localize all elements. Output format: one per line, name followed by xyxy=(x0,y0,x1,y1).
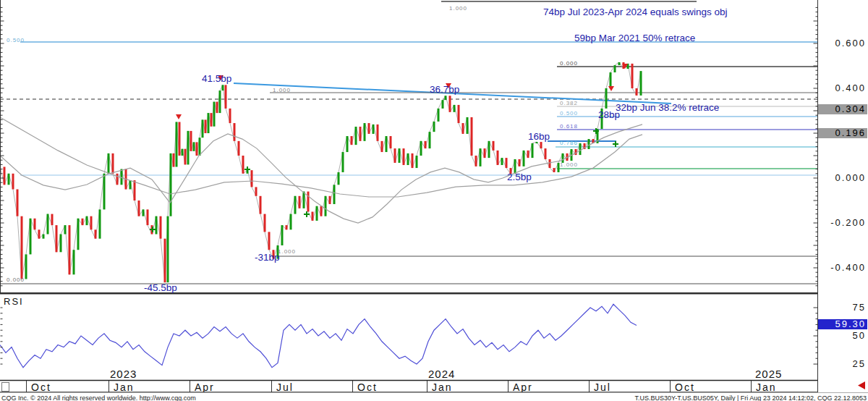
price-wick-line xyxy=(0,62,641,282)
fib-level-label: 1.000 xyxy=(449,6,467,12)
candle xyxy=(116,174,119,185)
month-label[interactable]: Oct xyxy=(675,382,695,392)
candle xyxy=(329,196,331,204)
month-label[interactable]: Oct xyxy=(31,382,51,392)
annotation-swing-objective-note: 74bp Jul 2023-Apr 2024 equals swings obj xyxy=(543,7,727,17)
candle xyxy=(170,153,172,216)
annotation-low-45-5bp: -45.5bp xyxy=(144,283,177,292)
candle xyxy=(545,148,547,159)
month-label[interactable]: Jan xyxy=(114,382,135,392)
instrument-status-text: T.US.BUS30Y-T.US.BUS05Y, Daily | Fri Aug… xyxy=(634,394,867,401)
month-label[interactable]: Jan xyxy=(432,382,453,392)
fib-level-label: 0.000 xyxy=(560,61,578,67)
candle xyxy=(618,62,621,65)
fib-level-label: 0.786 xyxy=(560,140,578,146)
month-label[interactable]: Apr xyxy=(195,382,215,392)
axis-checkbox[interactable] xyxy=(1,382,9,392)
candle xyxy=(86,216,88,225)
annotation-level-28bp: 28bp xyxy=(598,110,620,119)
candle xyxy=(333,185,336,204)
candle xyxy=(433,122,435,132)
candle xyxy=(640,71,642,96)
candle xyxy=(438,109,440,122)
candle xyxy=(445,96,447,100)
chart-canvas[interactable] xyxy=(0,0,868,401)
rsi-axis-label: 25 xyxy=(818,359,867,369)
month-label[interactable]: Jul xyxy=(594,382,611,392)
rsi-value-badge: 59.30 xyxy=(818,319,867,329)
candle xyxy=(82,219,84,225)
candle xyxy=(12,174,14,190)
candle xyxy=(38,229,41,238)
candle xyxy=(501,158,503,165)
candle xyxy=(425,141,427,148)
candle xyxy=(536,142,538,143)
candle xyxy=(167,216,169,282)
cqg-chart-window: 74bp Jul 2023-Apr 2024 equals swings obj… xyxy=(0,0,868,401)
candle xyxy=(394,148,396,163)
candle xyxy=(407,153,409,165)
month-label[interactable]: Jan xyxy=(756,382,777,392)
candle xyxy=(238,141,240,156)
candle xyxy=(497,151,499,165)
candle xyxy=(416,156,418,168)
candle xyxy=(484,148,486,158)
candle xyxy=(475,156,477,166)
candle xyxy=(386,136,388,152)
sell-arrow-icon xyxy=(608,86,614,91)
candle xyxy=(193,142,195,151)
candle xyxy=(299,196,301,208)
candle xyxy=(614,65,616,72)
fib-level-label: 0.382 xyxy=(560,101,578,106)
candle xyxy=(303,192,305,208)
fib-level-label: 0.500 xyxy=(560,111,578,117)
sell-arrow-icon xyxy=(176,114,182,119)
candle xyxy=(420,141,422,156)
candle xyxy=(222,85,224,90)
candle xyxy=(458,105,460,123)
buy-plus-icon xyxy=(613,141,618,147)
candle xyxy=(346,136,349,152)
candle xyxy=(202,119,204,138)
candle xyxy=(636,88,638,96)
candle xyxy=(173,153,175,167)
price-axis-label: 0.400 xyxy=(818,83,867,93)
candle xyxy=(605,88,608,109)
candle xyxy=(429,132,431,148)
candle xyxy=(412,153,414,168)
month-label[interactable]: Apr xyxy=(513,382,533,392)
candle xyxy=(25,254,27,279)
candle xyxy=(467,117,469,134)
candle xyxy=(251,170,253,187)
month-label[interactable]: Oct xyxy=(357,382,378,392)
scroll-left-arrow-icon[interactable] xyxy=(858,381,865,389)
candle xyxy=(286,225,288,229)
candle xyxy=(255,187,258,195)
candle xyxy=(290,214,292,230)
candle xyxy=(553,168,556,172)
candle xyxy=(264,214,266,232)
candle xyxy=(480,148,482,166)
candle xyxy=(216,102,218,114)
rsi-line xyxy=(0,304,637,367)
month-label[interactable]: Jul xyxy=(276,382,294,392)
candle xyxy=(69,225,71,274)
candle xyxy=(355,127,357,145)
price-axis-label: 0.600 xyxy=(818,38,867,48)
candle xyxy=(342,152,344,172)
candle xyxy=(187,131,190,165)
candle xyxy=(488,141,490,158)
candle xyxy=(30,219,32,255)
candle xyxy=(242,156,244,174)
candle xyxy=(471,117,473,156)
candle xyxy=(540,142,542,148)
candle xyxy=(17,190,19,216)
candle xyxy=(99,209,101,238)
candle xyxy=(549,159,551,168)
candle xyxy=(532,143,534,158)
candle xyxy=(60,235,62,253)
candle xyxy=(631,64,634,88)
candle xyxy=(381,141,383,152)
status-bar: CQG Inc. © 2024 All rights reserved worl… xyxy=(0,392,868,401)
candle xyxy=(8,174,10,185)
